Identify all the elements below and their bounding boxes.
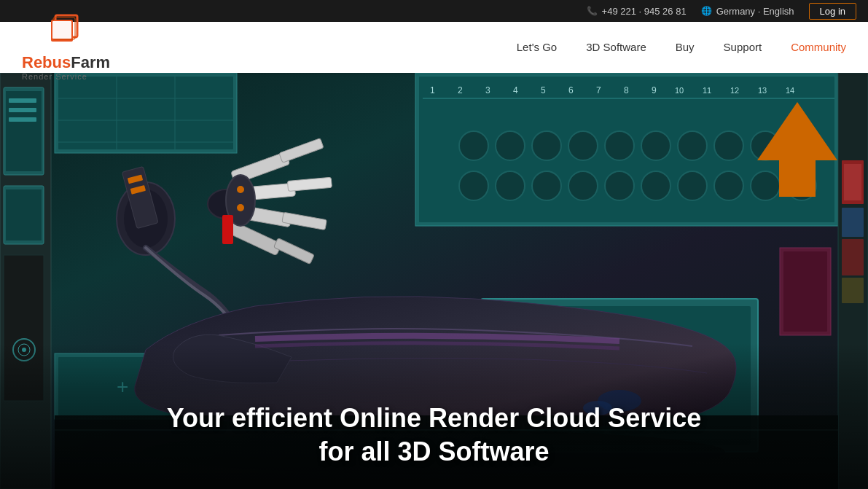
logo[interactable]: RebusFarm Render Service — [22, 14, 110, 81]
svg-point-53 — [532, 171, 561, 200]
hero-text: Your efficient Online Render Cloud Servi… — [0, 403, 868, 467]
svg-point-77 — [117, 182, 175, 255]
phone-number: +49 221 · 945 26 81 — [602, 6, 687, 17]
svg-rect-90 — [274, 238, 315, 265]
svg-rect-11 — [4, 186, 44, 244]
scroll-up-arrow[interactable] — [757, 102, 837, 197]
svg-rect-87 — [232, 204, 292, 227]
svg-rect-79 — [122, 167, 158, 229]
svg-point-48 — [714, 131, 743, 160]
svg-text:3: 3 — [485, 85, 490, 95]
svg-point-56 — [641, 171, 670, 200]
svg-rect-64 — [842, 208, 864, 237]
svg-point-45 — [605, 131, 634, 160]
svg-rect-12 — [6, 189, 42, 240]
svg-point-43 — [532, 131, 561, 160]
logo-brand: RebusFarm — [22, 53, 110, 72]
svg-text:8: 8 — [624, 85, 629, 95]
svg-rect-85 — [236, 183, 295, 201]
svg-text:7: 7 — [596, 85, 601, 95]
region-info[interactable]: 🌐 Germany · English — [701, 6, 794, 17]
svg-point-54 — [568, 171, 598, 200]
svg-rect-6 — [4, 87, 44, 175]
svg-rect-94 — [222, 215, 233, 244]
svg-rect-89 — [227, 221, 282, 256]
nav-item-3dsoftware[interactable]: 3D Software — [586, 41, 646, 54]
svg-text:6: 6 — [568, 85, 574, 95]
svg-rect-84 — [279, 138, 324, 163]
arrow-triangle — [757, 102, 837, 160]
login-button[interactable]: Log in — [809, 3, 856, 20]
hero-background: 1 2 3 4 5 6 7 8 9 10 11 12 13 14 — [0, 73, 868, 489]
svg-text:9: 9 — [652, 85, 657, 95]
svg-point-51 — [459, 171, 488, 200]
svg-point-52 — [496, 171, 525, 200]
top-bar: 📞 +49 221 · 945 26 81 🌐 Germany · Englis… — [0, 0, 868, 22]
svg-text:1: 1 — [430, 85, 435, 95]
svg-rect-81 — [130, 185, 146, 195]
hero-title-line1: Your efficient Online Render Cloud Servi… — [0, 403, 868, 434]
globe-icon: 🌐 — [701, 6, 712, 16]
svg-rect-17 — [55, 73, 237, 153]
logo-icon — [51, 14, 82, 47]
phone-icon: 📞 — [587, 6, 598, 16]
hero-section: 1 2 3 4 5 6 7 8 9 10 11 12 13 14 — [0, 73, 868, 489]
svg-rect-10 — [9, 117, 36, 122]
nav-menu: Let's Go 3D Software Buy Support Communi… — [517, 41, 846, 54]
nav-link-lets-go[interactable]: Let's Go — [517, 41, 557, 53]
svg-text:13: 13 — [758, 86, 767, 95]
logo-farm: Farm — [71, 53, 110, 71]
svg-point-92 — [237, 186, 244, 193]
logo-subtitle: Render Service — [22, 72, 110, 81]
nav-link-3dsoftware[interactable]: 3D Software — [586, 41, 646, 53]
svg-point-46 — [641, 131, 670, 160]
svg-rect-86 — [287, 177, 332, 191]
svg-text:11: 11 — [703, 86, 711, 95]
svg-rect-66 — [842, 278, 864, 303]
svg-text:5: 5 — [541, 85, 546, 95]
svg-rect-8 — [9, 98, 36, 103]
svg-point-57 — [678, 171, 707, 200]
svg-point-58 — [714, 171, 743, 200]
nav-item-support[interactable]: Support — [724, 41, 762, 54]
svg-point-82 — [208, 189, 244, 219]
svg-point-55 — [605, 171, 634, 200]
svg-text:12: 12 — [730, 86, 739, 95]
svg-rect-76 — [783, 251, 827, 332]
svg-rect-18 — [58, 77, 233, 149]
nav-item-lets-go[interactable]: Let's Go — [517, 41, 557, 54]
arrow-shaft — [779, 160, 816, 197]
svg-rect-9 — [9, 108, 36, 112]
region-label: Germany · English — [716, 6, 794, 17]
svg-rect-63 — [844, 164, 861, 200]
svg-text:2: 2 — [458, 85, 463, 95]
svg-rect-62 — [842, 160, 864, 204]
svg-rect-65 — [842, 239, 864, 275]
svg-point-44 — [568, 131, 598, 160]
logo-rebus: Rebus — [22, 53, 71, 71]
nav-link-community[interactable]: Community — [791, 41, 846, 53]
svg-rect-7 — [6, 91, 42, 171]
hero-title-line2: for all 3D Software — [0, 437, 868, 467]
phone-info: 📞 +49 221 · 945 26 81 — [587, 6, 687, 17]
main-nav: RebusFarm Render Service Let's Go 3D Sof… — [0, 22, 868, 73]
svg-point-47 — [678, 131, 707, 160]
svg-rect-75 — [780, 248, 831, 335]
svg-point-91 — [226, 175, 255, 226]
svg-rect-3 — [52, 21, 71, 39]
svg-rect-83 — [231, 152, 290, 184]
nav-link-buy[interactable]: Buy — [676, 41, 695, 53]
svg-point-78 — [124, 189, 168, 248]
nav-link-support[interactable]: Support — [724, 41, 762, 53]
nav-item-community[interactable]: Community — [791, 41, 846, 54]
svg-text:14: 14 — [786, 86, 794, 95]
svg-point-93 — [237, 204, 244, 211]
svg-point-41 — [459, 131, 488, 160]
svg-rect-88 — [282, 212, 327, 230]
nav-item-buy[interactable]: Buy — [676, 41, 695, 54]
svg-text:4: 4 — [513, 85, 518, 95]
svg-text:10: 10 — [675, 86, 684, 95]
svg-point-42 — [496, 131, 525, 160]
svg-rect-80 — [128, 174, 143, 184]
